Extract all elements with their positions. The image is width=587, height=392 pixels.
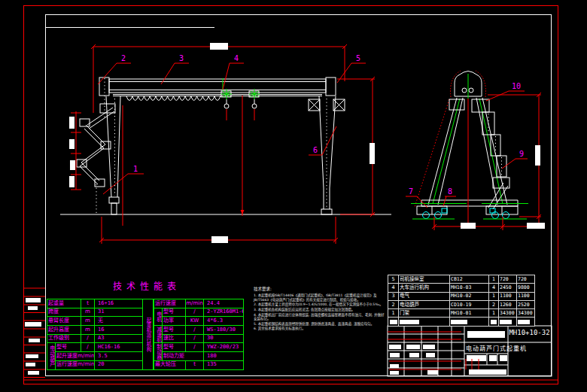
notes-title: 技术要求: — [254, 286, 386, 292]
side-view-dimensions — [432, 93, 545, 230]
bom-item-total-weight: 720 — [517, 275, 535, 284]
note-item: 4. 本起重机出厂前应进行总体预组装, 高强度螺栓连接摩擦面不得有油污、毛刺, … — [254, 313, 386, 321]
dimension-text-redacted — [211, 236, 228, 243]
bom-item-no: 1 — [388, 309, 399, 318]
spec-value: WS-180/30 — [204, 326, 244, 335]
bom-header-cell — [388, 318, 399, 326]
bom-row: 1 门架 MH10-01 1 34300 34300 — [388, 309, 535, 318]
tech-table-left: 起重量t16+16 跨度m31 悬臂长度m无 起升高度m16 工作级别/A3 电… — [47, 299, 143, 370]
dimension-text-redacted — [527, 223, 545, 229]
balloon-3-label: 3 — [179, 54, 184, 62]
spec-label: 运行速度 — [154, 299, 186, 308]
spec-unit: t — [81, 299, 95, 308]
spec-label: 起升速度m/min — [56, 352, 95, 361]
spec-label: 型号 — [163, 326, 186, 335]
bom-item-drawing-no: MH10-02 — [450, 292, 489, 300]
spec-unit: / — [186, 308, 204, 317]
bom-item-qty: 1 — [489, 275, 499, 284]
spec-label: 功率 — [163, 317, 186, 326]
balloon-2-label: 2 — [121, 54, 126, 62]
spec-value: 180 — [204, 352, 244, 361]
spec-value: 16+16 — [95, 299, 143, 308]
bom-item-name: 电动葫芦 — [399, 300, 450, 308]
bom-item-drawing-no: CD10-19 — [450, 300, 489, 308]
dimension-text-redacted — [69, 176, 75, 187]
spec-label: 制动力矩 — [163, 352, 204, 361]
balloon-7-label: 7 — [409, 187, 413, 196]
spec-unit: / — [186, 334, 204, 343]
spec-unit: / — [81, 334, 95, 343]
spec-label: 工作级别 — [47, 334, 81, 343]
spec-value: 135 — [204, 360, 244, 369]
dimension-text-redacted — [70, 160, 75, 170]
dimension-text-redacted — [210, 43, 228, 50]
brake-group-label: 制动器 — [154, 343, 163, 360]
side-view — [411, 71, 528, 219]
festoon-cable-loops — [126, 96, 221, 101]
note-item: 6. 其余技术要求按有关标准执行。 — [254, 327, 386, 331]
spec-label: 起升高度 — [47, 326, 81, 335]
balloon-4-label: 4 — [234, 54, 239, 62]
note-item: 5. 本起重机钢结构表面须经除锈处理, 涂防锈底漆两道、面漆两道, 漆膜应均匀。 — [254, 322, 386, 327]
bom-item-unit-weight: 34300 — [499, 309, 517, 318]
bom-item-drawing-no: MH10-03 — [450, 284, 489, 292]
bom-item-total-weight: 9800 — [517, 284, 535, 292]
front-view-hoist-trolleys — [221, 78, 260, 120]
bom-item-name: 电气 — [399, 292, 450, 300]
spec-value: 4*6.3 — [204, 317, 244, 326]
drawing-number: MH10+10-32 — [508, 329, 551, 336]
balloon-10-label: 10 — [512, 82, 521, 90]
spec-label: 起重量 — [47, 299, 81, 308]
bom-header-cell — [450, 318, 489, 326]
spec-unit: m — [81, 308, 95, 317]
dimension-text-redacted — [535, 145, 540, 166]
front-view-girder — [99, 77, 336, 101]
bom-header-cell — [399, 318, 450, 326]
spec-unit: / — [81, 343, 95, 352]
motor-group-label: 电机 — [154, 308, 163, 325]
spec-value: 无 — [95, 317, 143, 326]
note-item: 1. 本起重机按GB/T14406《通用门式起重机》、GB/T3811《起重机设… — [254, 293, 386, 302]
technical-notes: 技术要求: 1. 本起重机按GB/T14406《通用门式起重机》、GB/T381… — [254, 286, 386, 332]
spec-value: 16 — [95, 326, 143, 335]
wheel — [423, 212, 430, 219]
spec-value: 3.5 — [95, 352, 143, 361]
bom-row: 3 电气 MH10-02 1 1100 1100 — [388, 292, 535, 300]
bom-item-unit-weight: 2450 — [499, 284, 517, 292]
drawing-sheet: .w{stroke:#ffffff;fill:none;stroke-width… — [0, 0, 587, 392]
company-name-redacted — [467, 331, 505, 338]
bom-item-no: 2 — [388, 300, 399, 308]
bom-item-drawing-no: MH10-01 — [450, 309, 489, 318]
bom-row: 5 司机操纵室 CB12 1 720 720 — [388, 275, 535, 284]
bom-header-cell — [517, 318, 535, 326]
note-item: 2. 本起重机主梁上拱度跨中为(0.9~1.4)S/1000, 在一般情况下实测… — [254, 302, 386, 307]
bom-item-qty: 4 — [489, 284, 499, 292]
spec-value: 2-YZR160M1-6 — [204, 308, 244, 317]
bom-item-unit-weight: 1100 — [499, 292, 517, 300]
bom-item-qty: 2 — [489, 300, 499, 308]
wheel — [435, 212, 442, 219]
balloon-9-label: 9 — [519, 150, 524, 158]
bom-header-row-redacted — [388, 318, 535, 326]
spec-label: 速比 — [163, 334, 186, 343]
balloon-callouts: 1 2 3 4 5 6 7 8 9 10 — [98, 54, 528, 208]
balloon-5-label: 5 — [356, 54, 360, 62]
tech-table-right: 运行速度m/min24.4 电机型号/2-YZR160M1-6 功率KW4*6.… — [154, 299, 244, 370]
balloon-1-label: 1 — [133, 165, 138, 173]
hoist-group-label: 电动葫芦 — [47, 343, 56, 369]
bom-item-name: 司机操纵室 — [399, 275, 450, 284]
note-item: 3. 本起重机各机构装配后应运转灵活, 各润滑点按规定加注润滑脂。 — [254, 308, 386, 312]
front-view-left-leg-stairs — [77, 78, 120, 214]
spec-value: HC16-16 — [95, 343, 143, 352]
spec-value: A3 — [95, 334, 143, 343]
bom-item-qty: 1 — [489, 309, 499, 318]
bom-row: 4 大车运行机构 MH10-03 4 2450 9800 — [388, 284, 535, 292]
spec-value: 30 — [204, 334, 244, 343]
spec-unit: / — [186, 326, 204, 335]
spec-label: 型号 — [56, 343, 81, 352]
bom-item-drawing-no: CB12 — [450, 275, 489, 284]
spec-unit: m — [81, 317, 95, 326]
spec-label: 型号 — [163, 343, 186, 352]
spec-value: 20 — [95, 360, 143, 369]
dimension-text-redacted — [461, 223, 476, 229]
